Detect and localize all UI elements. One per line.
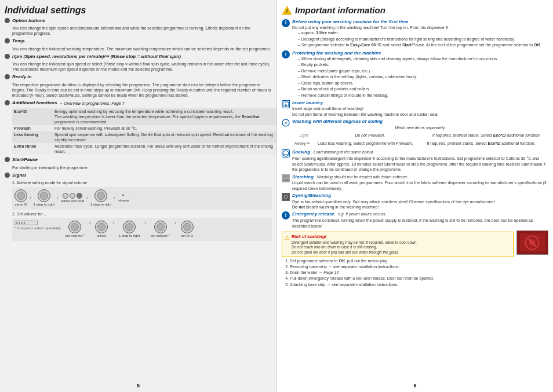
table-row: Less Ironing Special spin sequence with …: [12, 131, 276, 143]
signal-section2: 0 1 2 3 * If required, select repeatedly…: [12, 218, 272, 241]
wash-icon: ≡: [282, 119, 290, 127]
dial-s2-5: [181, 221, 194, 233]
wash-row-light: Light Do not Prewash. If required, pretr…: [292, 131, 548, 139]
step-box-3: select and hold: [61, 193, 84, 204]
dial-s2-3: [123, 221, 136, 233]
bullet-start: [5, 157, 10, 162]
dial-1: [14, 189, 27, 202]
warning-icon: !: [282, 6, 292, 15]
list-item: Set programme selector to Off, pull out …: [290, 258, 514, 263]
signal-s2-step5: set to O: [181, 221, 194, 239]
wash-table: Light Do not Prewash. If required, pretr…: [292, 131, 548, 148]
list-item: Removing base strip → see separate insta…: [290, 264, 514, 269]
additional-table: Eco*⊡ Energy-optimised washing by reduci…: [12, 108, 276, 155]
button-group: [63, 193, 82, 199]
page-number-left: 5: [5, 380, 272, 390]
step-box-5: ✕ release: [118, 193, 129, 203]
signal-diagram: 1. Activate setting mode for signal volu…: [12, 180, 272, 241]
svg-point-6: [283, 151, 289, 156]
soak-icon: [282, 149, 290, 157]
additional-section: Additional functions → Overview of progr…: [5, 100, 272, 106]
starch-icon: [282, 174, 290, 182]
bullet-ready: [5, 74, 10, 79]
page-number-right: 6: [282, 380, 548, 390]
signal-s2-step2: direct: [95, 221, 108, 239]
right-panel: ! Important information i Before using y…: [276, 0, 553, 392]
dyeing-section: Dyeing/Bleaching Dye in household quanti…: [282, 193, 548, 210]
ready-in-section: Ready in: [5, 74, 272, 80]
step-box-4: 1 step to right: [90, 189, 111, 207]
bullet-signal: [5, 173, 10, 178]
info-icon-protecting: i: [282, 50, 290, 58]
signal-s2-step4: set volume *: [151, 221, 170, 239]
option-buttons-section: Option buttons: [5, 18, 272, 24]
rpm-section: r/pm (Spin speed, revolutions per minute…: [5, 54, 272, 60]
dial-s2-2: [95, 221, 108, 233]
starching-section: Starching Washing should not be treated …: [282, 174, 548, 192]
left-title: Individual settings: [5, 5, 272, 17]
bullet-rpm: [5, 54, 10, 59]
washing-degrees-section: ≡ Washing with different degrees of soil…: [282, 119, 548, 148]
dial-s2-1: [68, 221, 81, 233]
soaking-section: Soaking Load washing of the same colour.…: [282, 149, 548, 172]
warning-triangle-icon: ⚠: [285, 234, 290, 241]
insert-laundry-section: Insert laundry Insert large and small it…: [282, 100, 548, 117]
svg-text:!: !: [286, 8, 288, 14]
btn-1: [63, 193, 68, 199]
btn-3: [77, 193, 82, 199]
step-box-1: set to O: [14, 189, 27, 207]
bullet-option: [5, 18, 10, 23]
list-item: Drain the water → Page 10: [290, 270, 514, 275]
info-icon-first-use: i: [282, 19, 290, 27]
insert-icon: [282, 100, 290, 108]
emergency-section: i Emergency release e.g. if power failur…: [282, 211, 548, 229]
dial-3: [94, 189, 107, 202]
table-row: Extra Rinse Additional rinse cycle. Long…: [12, 143, 276, 155]
arrow-2: ›: [57, 195, 59, 201]
start-pause-section: Start/Pause: [5, 157, 272, 163]
arrow-4: ›: [114, 195, 115, 201]
left-panel: Individual settings Option buttons You c…: [0, 0, 276, 392]
svg-rect-8: [283, 175, 289, 181]
signal-steps-row: set to O › 1 step to right › select and …: [12, 187, 272, 210]
signal-section: Signal: [5, 173, 272, 178]
emergency-bottom: ⚠ Risk of scalding! Detergent solution a…: [282, 230, 548, 288]
vol-selector: 0 1 2 3 * If required, select repeatedly: [14, 221, 61, 239]
step-box-2: 1 step to right: [34, 189, 54, 207]
protecting-list: When closing all detergents, cleaning ai…: [292, 56, 548, 98]
list-item: Pull down emergency release with a tool …: [290, 276, 514, 281]
bullet-temp: [5, 38, 10, 43]
dial-s2-4: [154, 221, 167, 233]
warning-box: ⚠ Risk of scalding! Detergent solution a…: [282, 232, 514, 257]
arrow-3: ›: [86, 195, 88, 201]
info-icon-emergency: i: [282, 211, 290, 219]
dial-2: [38, 189, 50, 202]
arrow-1: ›: [30, 195, 31, 201]
btn-2: [70, 193, 75, 199]
table-row: Prewash For heavily soiled washing. Prew…: [12, 125, 276, 131]
emergency-photo: [516, 230, 548, 255]
signal-s2-step3: 1 step to right: [119, 221, 140, 239]
signal-s2-step1: set volume *: [66, 221, 85, 239]
protecting-section: i Protecting the washing and the machine…: [282, 50, 548, 98]
wash-row-heavy: Heavy ≡ Load less washing. Select progra…: [292, 140, 548, 148]
emergency-steps-list: Set programme selector to Off, pull out …: [282, 258, 514, 287]
list-item: Attaching base strip → see separate inst…: [290, 282, 514, 287]
temp-section: Temp.: [5, 38, 272, 44]
bullet-additional: [5, 100, 10, 105]
right-title: ! Important information: [282, 5, 548, 16]
first-use-section: i Before using your washing machine for …: [282, 19, 548, 49]
dye-icon: [282, 193, 290, 201]
first-use-list: approx. 1 litre water. Detergent (dosage…: [292, 30, 548, 47]
svg-text:≡: ≡: [285, 121, 287, 125]
table-row: Eco*⊡ Energy-optimised washing by reduci…: [12, 108, 276, 125]
